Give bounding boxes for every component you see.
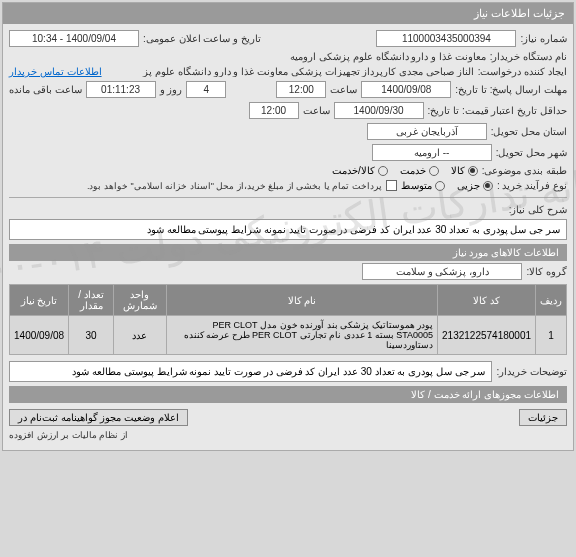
days-remaining: 4	[186, 81, 226, 98]
city-label: شهر محل تحویل:	[496, 147, 567, 158]
purchase-type-label: نوع فرآیند خرید :	[497, 180, 567, 191]
radio-medium[interactable]: متوسط	[401, 180, 445, 191]
desc-value: سر جی سل پودری به تعداد 30 عدد ایران کد …	[9, 219, 567, 240]
desc-label: شرح کلی نیاز:	[509, 204, 567, 215]
pub-datetime-label: تاریخ و ساعت اعلان عمومی:	[143, 33, 261, 44]
th-qty: تعداد / مقدار	[69, 285, 114, 316]
radio-dot-icon	[435, 181, 445, 191]
days-label: روز و	[160, 84, 183, 95]
radio-service[interactable]: خدمت	[400, 165, 439, 176]
purchase-radio-group: جزیی متوسط	[401, 180, 493, 191]
license-header: اطلاعات مجوزهای ارائه خدمت / کالا	[9, 386, 567, 403]
cell-qty: 30	[69, 316, 114, 355]
cell-unit: عدد	[113, 316, 166, 355]
th-date: تاریخ نیاز	[10, 285, 69, 316]
iva-note: از نظام مالیات بر ارزش افزوده	[9, 430, 128, 440]
radio-minor-label: جزیی	[457, 180, 480, 191]
radio-both[interactable]: کالا/خدمت	[332, 165, 388, 176]
radio-dot-icon	[378, 166, 388, 176]
panel-title: جزئیات اطلاعات نیاز	[3, 3, 573, 24]
class-radio-group: کالا خدمت کالا/خدمت	[332, 165, 478, 176]
th-unit: واحد شمارش	[113, 285, 166, 316]
radio-dot-icon	[483, 181, 493, 191]
pub-datetime-value: 1400/09/04 - 10:34	[9, 30, 139, 47]
creator-label: ایجاد کننده درخواست:	[478, 66, 567, 77]
province-value: آذربایجان غربی	[367, 123, 487, 140]
goods-header: اطلاعات کالاهای مورد نیاز	[9, 244, 567, 261]
tax-status-button[interactable]: اعلام وضعیت مجوز گواهینامه ثبت‌نام در	[9, 409, 188, 426]
group-value: دارو، پزشکی و سلامت	[362, 263, 522, 280]
radio-dot-icon	[468, 166, 478, 176]
deadline-time: 12:00	[276, 81, 326, 98]
details-button[interactable]: جزئیات	[519, 409, 567, 426]
treasury-checkbox[interactable]	[386, 180, 397, 191]
cell-date: 1400/09/08	[10, 316, 69, 355]
th-name: نام کالا	[166, 285, 437, 316]
radio-medium-label: متوسط	[401, 180, 432, 191]
min-valid-time: 12:00	[249, 102, 299, 119]
min-valid-date: 1400/09/30	[334, 102, 424, 119]
province-label: استان محل تحویل:	[491, 126, 567, 137]
creator-value: الناز صباحی مجدی کارپرداز تجهیزات پزشکی …	[106, 66, 474, 77]
radio-goods[interactable]: کالا	[451, 165, 478, 176]
radio-minor[interactable]: جزیی	[457, 180, 493, 191]
cell-idx: 1	[536, 316, 567, 355]
buyer-label: نام دستگاه خریدار:	[490, 51, 567, 62]
contact-link[interactable]: اطلاعات تماس خریدار	[9, 66, 102, 77]
buyer-notes-label: توضیحات خریدار:	[496, 366, 567, 377]
deadline-label: مهلت ارسال پاسخ: تا تاریخ:	[455, 84, 567, 95]
group-label: گروه کالا:	[526, 266, 567, 277]
main-panel: جزئیات اطلاعات نیاز شماره نیاز: 11000034…	[2, 2, 574, 451]
time-label-1: ساعت	[330, 84, 357, 95]
req-no-value: 1100003435000394	[376, 30, 516, 47]
cell-code: 2132122574180001	[438, 316, 536, 355]
th-code: کد کالا	[438, 285, 536, 316]
table-row: 1 2132122574180001 پودر هموستاتیک پزشکی …	[10, 316, 567, 355]
time-label-2: ساعت	[303, 105, 330, 116]
remain-label: ساعت باقی مانده	[9, 84, 82, 95]
time-remaining: 01:11:23	[86, 81, 156, 98]
deadline-date: 1400/09/08	[361, 81, 451, 98]
purchase-note: پرداخت تمام یا بخشی از مبلغ خرید،از محل …	[87, 181, 382, 191]
radio-both-label: کالا/خدمت	[332, 165, 375, 176]
radio-dot-icon	[429, 166, 439, 176]
min-valid-label: حداقل تاریخ اعتبار قیمت: تا تاریخ:	[428, 105, 567, 116]
req-no-label: شماره نیاز:	[520, 33, 567, 44]
buyer-value: معاونت غذا و دارو دانشگاه علوم پزشکی ارو…	[290, 51, 485, 62]
class-label: طبقه بندی موضوعی:	[482, 165, 567, 176]
cell-name: پودر هموستاتیک پزشکی بند آورنده خون مدل …	[166, 316, 437, 355]
radio-service-label: خدمت	[400, 165, 426, 176]
city-value: -- ارومیه	[372, 144, 492, 161]
goods-table: ردیف کد کالا نام کالا واحد شمارش تعداد /…	[9, 284, 567, 355]
buyer-notes-value: سر جی سل پودری به تعداد 30 عدد ایران کد …	[9, 361, 492, 382]
radio-goods-label: کالا	[451, 165, 465, 176]
th-idx: ردیف	[536, 285, 567, 316]
